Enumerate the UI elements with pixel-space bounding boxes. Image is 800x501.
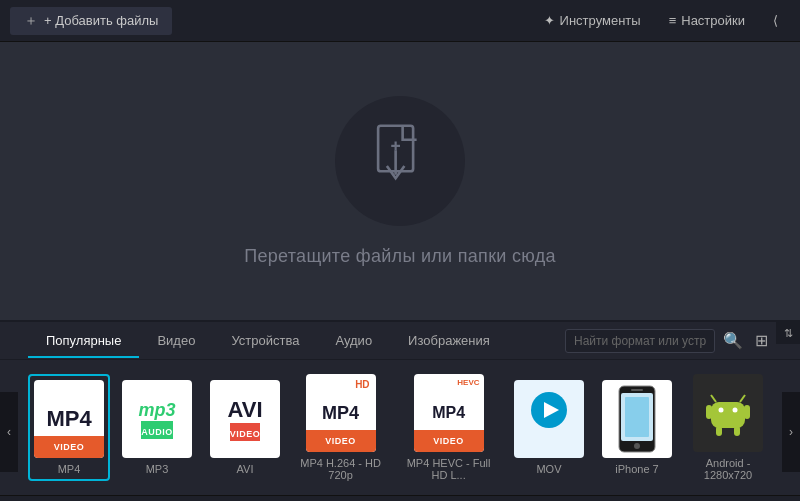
- format-item-mp4[interactable]: MP4 VIDEO MP4: [28, 374, 110, 481]
- plus-icon: ＋: [24, 12, 38, 30]
- add-files-button[interactable]: ＋ + Добавить файлы: [10, 7, 172, 35]
- mp4-badge: VIDEO: [34, 436, 104, 458]
- tab-images[interactable]: Изображения: [390, 325, 508, 358]
- toolbar: ＋ + Добавить файлы ✦ Инструменты ≡ Настр…: [0, 0, 800, 42]
- tab-video[interactable]: Видео: [139, 325, 213, 358]
- avi-label: AVI: [237, 463, 254, 475]
- toolbar-left: ＋ + Добавить файлы: [10, 7, 172, 35]
- mp4hevc-main-text: MP4: [432, 404, 465, 422]
- scroll-left-button[interactable]: ‹: [0, 392, 18, 472]
- share-button[interactable]: ⟨: [761, 8, 790, 33]
- tools-button[interactable]: ✦ Инструменты: [532, 8, 653, 33]
- share-icon: ⟨: [773, 13, 778, 28]
- mp3-badge: AUDIO: [141, 421, 173, 439]
- mov-icon: [529, 390, 569, 430]
- svg-point-15: [733, 408, 738, 413]
- svg-point-8: [634, 443, 640, 449]
- svg-rect-10: [625, 397, 649, 437]
- iphone-label: iPhone 7: [615, 463, 658, 475]
- format-panel: ⇅ Популярные Видео Устройства Аудио Изоб…: [0, 320, 800, 495]
- svg-rect-18: [706, 405, 712, 419]
- format-card-mp3: mp3 AUDIO: [122, 380, 192, 458]
- avi-text: AVI: [227, 397, 262, 423]
- toolbar-right: ✦ Инструменты ≡ Настройки ⟨: [532, 8, 790, 33]
- add-files-label: + Добавить файлы: [44, 13, 158, 28]
- hamburger-icon: ≡: [669, 13, 677, 28]
- avi-badge-text: VIDEO: [230, 429, 261, 439]
- drop-text: Перетащите файлы или папки сюда: [244, 246, 556, 267]
- svg-line-12: [740, 395, 745, 402]
- format-item-mp4hd[interactable]: MP4 HD VIDEO MP4 H.264 - HD 720p: [292, 368, 389, 487]
- search-input[interactable]: [565, 329, 715, 353]
- format-item-avi[interactable]: AVI VIDEO AVI: [204, 374, 286, 481]
- mp4hevc-label: MP4 HEVC - Full HD L...: [403, 457, 494, 481]
- bottom-bar: Формат на выходе: MP4 ⚙ Сохранить в... ▼…: [0, 495, 800, 501]
- format-items: MP4 VIDEO MP4 mp3 AUDIO MP3 AVI VIDEO: [0, 360, 800, 495]
- format-card-avi: AVI VIDEO: [210, 380, 280, 458]
- android-icon: [706, 388, 750, 438]
- svg-rect-17: [734, 426, 740, 436]
- format-item-iphone[interactable]: iPhone 7: [596, 374, 678, 481]
- mp4hevc-badge-text: VIDEO: [433, 436, 464, 446]
- mp4hd-badge: VIDEO: [306, 430, 376, 452]
- hd-badge: HD: [355, 379, 369, 390]
- format-card-mov: [514, 380, 584, 458]
- format-card-mp4: MP4 VIDEO: [34, 380, 104, 458]
- drop-circle: [335, 96, 465, 226]
- mov-label: MOV: [536, 463, 561, 475]
- svg-rect-16: [716, 426, 722, 436]
- collapse-button[interactable]: ⇅: [776, 322, 800, 344]
- format-item-mp3[interactable]: mp3 AUDIO MP3: [116, 374, 198, 481]
- format-card-mp4hd: MP4 HD VIDEO: [306, 374, 376, 452]
- mp4hd-badge-text: VIDEO: [325, 436, 356, 446]
- mp3-text: mp3: [138, 400, 175, 421]
- svg-line-11: [711, 395, 716, 402]
- mp4hd-label: MP4 H.264 - HD 720p: [300, 457, 381, 481]
- drop-icon: [365, 124, 435, 198]
- format-card-mp4hevc: MP4 HEVC VIDEO: [414, 374, 484, 452]
- mp4hd-main-text: MP4: [322, 403, 359, 424]
- svg-point-14: [719, 408, 724, 413]
- mp3-badge-text: AUDIO: [141, 427, 173, 437]
- mp4-badge-text: VIDEO: [54, 442, 85, 452]
- android-label: Android - 1280x720: [692, 457, 764, 481]
- drop-area[interactable]: Перетащите файлы или папки сюда: [0, 42, 800, 320]
- mp4-label: MP4: [58, 463, 81, 475]
- settings-label: Настройки: [681, 13, 745, 28]
- format-card-android: [693, 374, 763, 452]
- format-card-iphone: [602, 380, 672, 458]
- iphone-icon: [617, 385, 657, 453]
- format-item-mov[interactable]: MOV: [508, 374, 590, 481]
- tab-devices[interactable]: Устройства: [213, 325, 317, 358]
- tab-bar: Популярные Видео Устройства Аудио Изобра…: [0, 322, 800, 360]
- mp3-label: MP3: [146, 463, 169, 475]
- format-item-mp4hevc[interactable]: MP4 HEVC VIDEO MP4 HEVC - Full HD L...: [395, 368, 502, 487]
- search-filter-button[interactable]: ⊞: [751, 329, 772, 352]
- mp4-text: MP4: [46, 408, 91, 430]
- svg-rect-9: [631, 389, 643, 391]
- mp4hevc-badge: VIDEO: [414, 430, 484, 452]
- search-area: 🔍 ⊞: [565, 329, 772, 353]
- settings-button[interactable]: ≡ Настройки: [657, 8, 757, 33]
- scroll-right-button[interactable]: ›: [782, 392, 800, 472]
- tab-popular[interactable]: Популярные: [28, 325, 139, 358]
- tab-audio[interactable]: Аудио: [317, 325, 390, 358]
- tools-label: Инструменты: [560, 13, 641, 28]
- svg-rect-19: [744, 405, 750, 419]
- search-button[interactable]: 🔍: [719, 329, 747, 352]
- hevc-badge: HEVC: [457, 378, 479, 387]
- tools-icon: ✦: [544, 13, 555, 28]
- format-item-android[interactable]: Android - 1280x720: [684, 368, 772, 487]
- svg-rect-13: [711, 402, 745, 428]
- avi-badge: VIDEO: [230, 423, 261, 441]
